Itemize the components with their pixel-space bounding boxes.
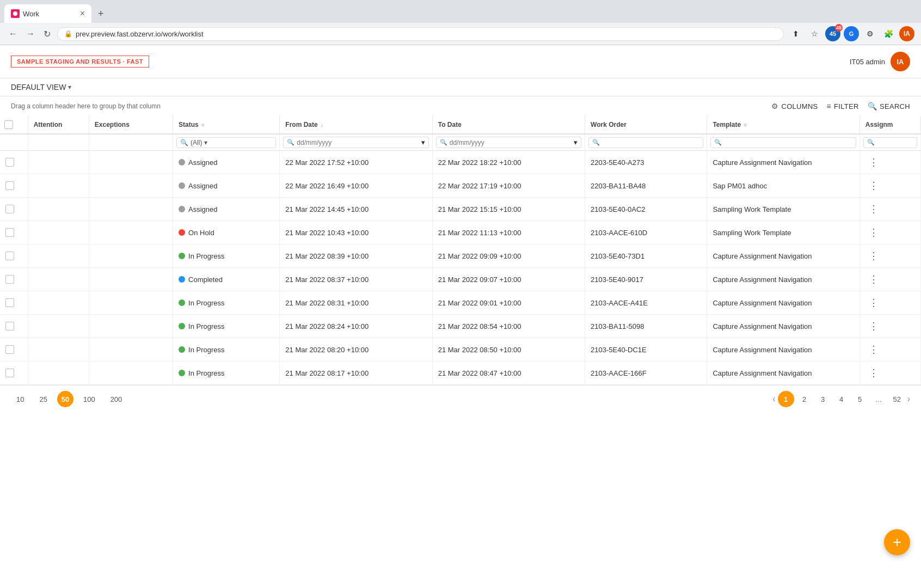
filter-fromdate-cell[interactable]: 🔍 ▾: [280, 134, 432, 151]
header-avatar[interactable]: IA: [891, 52, 910, 71]
extension-badge[interactable]: 45 45: [825, 26, 840, 41]
row-checkbox-cell[interactable]: [0, 362, 28, 385]
share-icon[interactable]: ⬆: [788, 26, 803, 41]
filter-status-cell[interactable]: 🔍 (All) ▾: [173, 134, 280, 151]
row-template: Capture Assignment Navigation: [707, 291, 859, 315]
header-status[interactable]: Status ≡: [173, 116, 280, 134]
assignment-filter[interactable]: 🔍: [863, 137, 917, 148]
row-checkbox-cell[interactable]: [0, 151, 28, 174]
tab-close-button[interactable]: ×: [80, 9, 85, 19]
columns-button[interactable]: ⚙ COLUMNS: [771, 102, 818, 111]
template-filter[interactable]: 🔍: [710, 137, 856, 148]
header-attention[interactable]: Attention: [28, 116, 89, 134]
status-filter-select[interactable]: 🔍 (All) ▾: [176, 137, 276, 148]
page-5-button[interactable]: 5: [852, 391, 868, 407]
row-actions[interactable]: ⋮: [859, 362, 920, 385]
header-template[interactable]: Template ≡: [707, 116, 859, 134]
status-label: Assigned: [188, 158, 217, 167]
active-tab[interactable]: Work ×: [4, 4, 91, 23]
row-checkbox-cell[interactable]: [0, 268, 28, 291]
from-date-filter[interactable]: 🔍 ▾: [283, 137, 428, 148]
settings-icon[interactable]: ⚙: [862, 26, 877, 41]
filter-template-cell[interactable]: 🔍: [707, 134, 859, 151]
row-menu-button[interactable]: ⋮: [865, 203, 882, 216]
header-work-order[interactable]: Work Order: [585, 116, 707, 134]
to-date-input[interactable]: [450, 139, 572, 146]
row-checkbox[interactable]: [5, 252, 14, 260]
row-checkbox[interactable]: [5, 228, 14, 237]
row-checkbox-cell[interactable]: [0, 244, 28, 268]
extension2[interactable]: G: [844, 26, 859, 41]
row-menu-button[interactable]: ⋮: [865, 226, 882, 239]
row-checkbox[interactable]: [5, 205, 14, 213]
filter-button[interactable]: ≡ FILTER: [827, 102, 859, 111]
row-checkbox[interactable]: [5, 298, 14, 307]
row-checkbox-cell[interactable]: [0, 198, 28, 221]
row-checkbox-cell[interactable]: [0, 174, 28, 198]
page-size-10[interactable]: 10: [11, 393, 29, 406]
page-size-100[interactable]: 100: [78, 393, 101, 406]
row-actions[interactable]: ⋮: [859, 198, 920, 221]
row-actions[interactable]: ⋮: [859, 315, 920, 338]
extensions-icon[interactable]: 🧩: [881, 26, 896, 41]
assignment-input[interactable]: [877, 139, 913, 146]
page-size-25[interactable]: 25: [34, 393, 52, 406]
header-from-date[interactable]: From Date ↓: [280, 116, 432, 134]
header-assignment[interactable]: Assignm: [859, 116, 920, 134]
row-menu-button[interactable]: ⋮: [865, 156, 882, 169]
page-3-button[interactable]: 3: [815, 391, 831, 407]
row-checkbox[interactable]: [5, 275, 14, 284]
filter-workorder-cell[interactable]: 🔍: [585, 134, 707, 151]
row-checkbox-cell[interactable]: [0, 315, 28, 338]
from-date-input[interactable]: [297, 139, 419, 146]
row-checkbox-cell[interactable]: [0, 291, 28, 315]
row-menu-button[interactable]: ⋮: [865, 179, 882, 192]
row-actions[interactable]: ⋮: [859, 174, 920, 198]
page-2-button[interactable]: 2: [796, 391, 813, 407]
row-menu-button[interactable]: ⋮: [865, 249, 882, 262]
row-actions[interactable]: ⋮: [859, 268, 920, 291]
row-checkbox-cell[interactable]: [0, 338, 28, 362]
row-menu-button[interactable]: ⋮: [865, 343, 882, 356]
view-select[interactable]: DEFAULT VIEW ▾: [11, 83, 910, 91]
row-actions[interactable]: ⋮: [859, 151, 920, 174]
row-checkbox[interactable]: [5, 158, 14, 167]
page-last-button[interactable]: 52: [889, 391, 905, 407]
prev-page-button[interactable]: ‹: [772, 394, 775, 404]
page-4-button[interactable]: 4: [833, 391, 850, 407]
row-menu-button[interactable]: ⋮: [865, 320, 882, 333]
page-size-50[interactable]: 50: [57, 391, 73, 407]
header-to-date[interactable]: To Date: [432, 116, 585, 134]
next-page-button[interactable]: ›: [907, 394, 910, 404]
row-menu-button[interactable]: ⋮: [865, 273, 882, 286]
row-checkbox[interactable]: [5, 181, 14, 190]
work-order-filter[interactable]: 🔍: [588, 137, 703, 148]
row-checkbox-cell[interactable]: [0, 221, 28, 244]
search-button[interactable]: 🔍 SEARCH: [868, 102, 910, 111]
work-order-input[interactable]: [602, 139, 699, 146]
header-exceptions[interactable]: Exceptions: [89, 116, 173, 134]
page-1-button[interactable]: 1: [778, 391, 794, 407]
row-checkbox[interactable]: [5, 322, 14, 330]
select-all-checkbox[interactable]: [4, 120, 13, 129]
page-size-200[interactable]: 200: [105, 393, 128, 406]
bookmark-icon[interactable]: ☆: [807, 26, 822, 41]
row-checkbox[interactable]: [5, 369, 14, 377]
forward-button[interactable]: →: [24, 27, 37, 41]
template-input[interactable]: [724, 139, 852, 146]
row-actions[interactable]: ⋮: [859, 338, 920, 362]
row-menu-button[interactable]: ⋮: [865, 296, 882, 309]
url-bar[interactable]: 🔒 prev.preview.fast.obzervr.io/work/work…: [57, 27, 784, 41]
filter-assign-cell[interactable]: 🔍: [859, 134, 920, 151]
row-actions[interactable]: ⋮: [859, 221, 920, 244]
row-actions[interactable]: ⋮: [859, 244, 920, 268]
filter-todate-cell[interactable]: 🔍 ▾: [432, 134, 585, 151]
to-date-filter[interactable]: 🔍 ▾: [436, 137, 581, 148]
row-actions[interactable]: ⋮: [859, 291, 920, 315]
row-menu-button[interactable]: ⋮: [865, 366, 882, 379]
new-tab-button[interactable]: +: [94, 6, 108, 22]
browser-user-avatar[interactable]: IA: [899, 26, 914, 41]
row-checkbox[interactable]: [5, 345, 14, 354]
back-button[interactable]: ←: [7, 27, 20, 41]
reload-button[interactable]: ↻: [41, 27, 53, 41]
